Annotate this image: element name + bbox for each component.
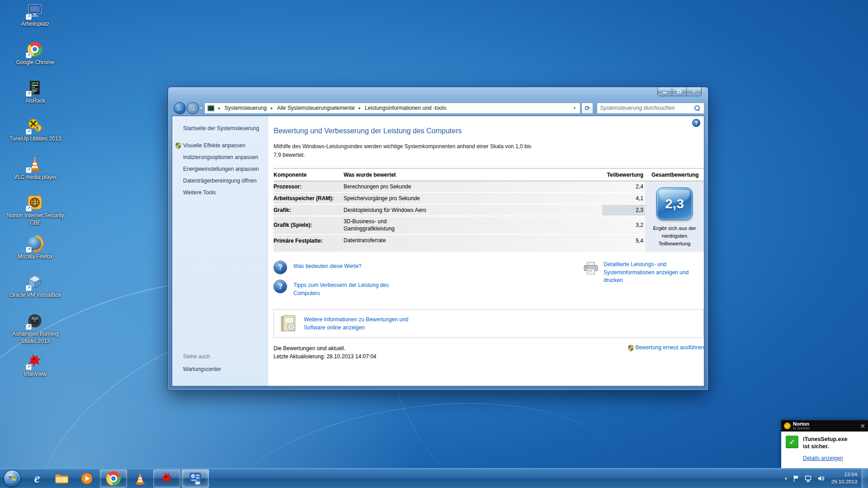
desktop-icon-firefox[interactable]: ↗ Mozilla Firefox	[6, 235, 64, 261]
refresh-button[interactable]: ⟳	[581, 103, 593, 114]
desktop-icon-label: Norton Internet Security CBE	[6, 212, 64, 226]
column-header-teilbewertung: Teilbewertung	[602, 172, 645, 178]
main-content: ? Bewertung und Verbesserung der Leistun…	[268, 116, 704, 386]
link-rerun-assessment[interactable]: Bewertung erneut ausführen	[628, 344, 704, 361]
sidebar-item-datentraegerbereinigung[interactable]: Datenträgerbereinigung öffnen	[183, 178, 263, 184]
breadcrumb-item-systemsteuerung[interactable]: Systemsteuerung	[224, 104, 268, 112]
internet-explorer-icon: e	[34, 471, 40, 486]
link-label: Was bedeuten diese Werte?	[293, 261, 362, 270]
action-center-flag-icon[interactable]	[793, 475, 799, 482]
uac-shield-icon	[175, 142, 181, 149]
page-title: Bewertung und Verbesserung der Leistung …	[274, 127, 697, 135]
taskbar-internet-explorer[interactable]: e	[25, 469, 49, 488]
sidebar-item-wartungscenter[interactable]: Wartungscenter	[183, 366, 221, 372]
sidebar-item-visuelle-effekte[interactable]: Visuelle Effekte anpassen	[183, 142, 263, 149]
desktop-icon-ashampoo[interactable]: 2013 ↗ Ashampoo Burning Studio 2013	[6, 313, 64, 345]
norton-details-link[interactable]: Details anzeigen	[803, 455, 863, 461]
back-button[interactable]: ←	[174, 102, 186, 114]
sidebar-task-list: Visuelle Effekte anpassen Indizierungsop…	[172, 142, 268, 196]
maximize-button[interactable]	[672, 87, 687, 96]
minimize-icon	[663, 92, 667, 94]
address-dropdown-icon[interactable]: ▾	[571, 106, 578, 110]
volume-icon[interactable]	[817, 475, 825, 482]
desktop-icon-alsrack[interactable]: ↗ AlsRack	[6, 80, 64, 105]
desktop-icon-arbeitsplatz[interactable]: ↗ Arbeitsplatz	[6, 3, 64, 28]
taskbar-vlc[interactable]	[128, 469, 152, 488]
breadcrumb-item-alle-elemente[interactable]: Alle Systemsteuerungselemente	[276, 104, 355, 112]
desktop-icon-irfanview[interactable]: ↗ IrfanView	[6, 353, 64, 378]
sidebar-task-label: Weitere Tools	[183, 189, 216, 196]
link-what-do-values-mean[interactable]: ? Was bedeuten diese Werte?	[274, 261, 472, 274]
recent-pages-dropdown[interactable]: ▾	[200, 106, 202, 110]
link-performance-tips[interactable]: ? Tipps zum Verbessern der Leistung des …	[274, 280, 472, 297]
start-button[interactable]	[4, 470, 21, 487]
sidebar-task-label: Datenträgerbereinigung öffnen	[183, 178, 257, 184]
uac-shield-icon	[628, 345, 634, 352]
taskbar-google-chrome[interactable]	[100, 469, 127, 488]
desktop-icon-norton[interactable]: ↗ Norton Internet Security CBE	[6, 194, 64, 226]
taskbar-windows-explorer[interactable]	[50, 469, 74, 488]
breadcrumb-item-leistungsinformationen[interactable]: Leistungsinformationen und -tools	[364, 104, 447, 112]
component-score: 2,4	[602, 181, 645, 192]
location-icon	[208, 105, 214, 111]
help-button[interactable]: ?	[692, 119, 700, 127]
desktop-icon-google-chrome[interactable]: ↗ Google Chrome	[6, 41, 64, 66]
folder-icon	[55, 472, 69, 484]
taskbar-windows-media-player[interactable]	[75, 469, 99, 488]
shortcut-arrow-icon: ↗	[26, 167, 32, 173]
breadcrumb-chevron-icon[interactable]: ▸	[215, 106, 224, 110]
chrome-icon	[106, 470, 121, 487]
network-icon[interactable]	[805, 475, 812, 482]
taskbar-performance-tools-active[interactable]	[182, 469, 209, 488]
sidebar-item-energieeinstellungen[interactable]: Energieeinstellungen anpassen	[183, 166, 263, 172]
taskbar-clock[interactable]: 13:54 29.10.2013	[831, 471, 857, 485]
desktop-icon-label: Oracle VM VirtualBox	[6, 292, 64, 299]
tray-show-hidden-icons[interactable]: ▲	[782, 474, 791, 483]
link-more-info-online[interactable]: Weitere Informationen zu Bewertungen und…	[274, 309, 704, 338]
desktop-icon-label: AlsRack	[6, 98, 64, 105]
sidebar-task-label: Energieeinstellungen anpassen	[183, 166, 259, 172]
svg-text:2013: 2013	[32, 317, 38, 320]
sidebar-see-also: Siehe auch Wartungscenter	[183, 353, 221, 372]
links-section: ? Was bedeuten diese Werte? ? Tipps zum …	[274, 261, 697, 303]
system-tray: ▲ 13:54 29.10.2013	[782, 469, 868, 488]
sidebar-item-indizierungsoptionen[interactable]: Indizierungsoptionen anpassen	[183, 154, 263, 160]
component-score: 3,2	[602, 216, 645, 234]
show-desktop-button[interactable]	[862, 469, 868, 488]
minimize-button[interactable]	[658, 87, 672, 96]
component-name: Prozessor:	[274, 183, 344, 190]
desktop-icon-tuneup[interactable]: ↗ TuneUp Utilities 2013	[6, 117, 64, 143]
sidebar-item-weitere-tools[interactable]: Weitere Tools	[183, 189, 263, 196]
table-row: Arbeitsspeicher (RAM): Speichervorgänge …	[274, 193, 645, 205]
taskbar-irfanview[interactable]	[153, 469, 180, 488]
address-bar: ← → ▾ ▸ Systemsteuerung ▸ Alle Systemste…	[172, 101, 704, 115]
software-box-icon	[279, 314, 297, 333]
sidebar-task-label: Indizierungsoptionen anpassen	[183, 154, 258, 160]
desktop-icon-virtualbox[interactable]: ↗ Oracle VM VirtualBox	[6, 274, 64, 299]
shortcut-arrow-icon: ↗	[26, 206, 32, 211]
sidebar-item-home[interactable]: Startseite der Systemsteuerung	[183, 125, 268, 131]
search-input[interactable]	[597, 105, 694, 111]
close-button[interactable]: ✕	[687, 87, 701, 96]
table-row: Prozessor: Berechnungen pro Sekunde 2,4	[274, 181, 645, 193]
desktop-icon-vlc[interactable]: ↗ VLC media player	[6, 156, 64, 181]
intro-text: Mithilfe des Windows-Leistungsindex werd…	[274, 142, 697, 159]
desktop-icon-label: Arbeitsplatz	[6, 21, 64, 28]
breadcrumb[interactable]: ▸ Systemsteuerung ▸ Alle Systemsteuerung…	[204, 103, 580, 114]
breadcrumb-chevron-icon[interactable]: ▸	[268, 106, 276, 110]
search-icon[interactable]	[694, 105, 700, 111]
table-row: Grafik: Desktopleistung für Windows Aero…	[274, 205, 645, 216]
shortcut-arrow-icon: ↗	[26, 14, 32, 20]
desktop-icon-label: VLC media player	[6, 174, 64, 181]
component-assessed: Speichervorgänge pro Sekunde	[344, 193, 602, 203]
desktop-icon-label: Mozilla Firefox	[6, 253, 64, 261]
control-panel-window: ✕ ← → ▾ ▸ Systemsteuerung ▸ Alle Systems…	[168, 87, 708, 390]
score-table: Komponente Was wurde bewertet Teilbewert…	[274, 168, 704, 252]
link-detailed-info[interactable]: Detaillierte Leistungs- und Systeminform…	[583, 261, 696, 303]
norton-close-icon[interactable]: ✕	[860, 422, 865, 430]
component-score: 4,1	[602, 193, 645, 204]
breadcrumb-chevron-icon[interactable]: ▸	[356, 106, 364, 110]
intro-line1: Mithilfe des Windows-Leistungsindex werd…	[274, 143, 531, 150]
close-icon: ✕	[692, 89, 696, 95]
forward-button[interactable]: →	[187, 102, 199, 114]
